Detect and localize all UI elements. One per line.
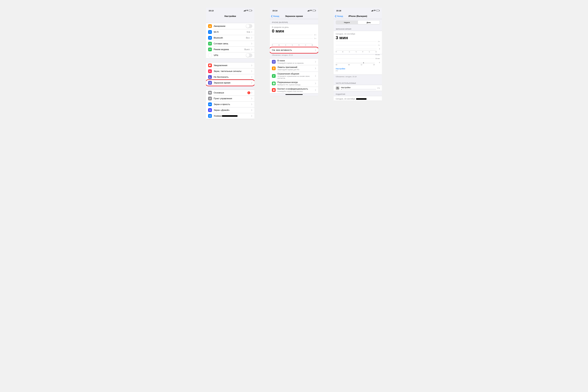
svg-point-11 [273,75,274,76]
pickups-date: Сегодня, 16 сентября [336,98,366,100]
row-sounds[interactable]: Звуки, тактильные сигналы [206,68,254,74]
xaxis: П В С Ч П С В [272,44,313,46]
xlabel: В [312,44,313,46]
segment-day[interactable]: День [358,20,380,24]
xlabel: П [362,51,363,52]
row-content-privacy[interactable]: Контент и конфиденциальность Блокируйте … [270,87,318,93]
person-bubble-icon [272,74,276,78]
pickups-date-text: Сегодня, 16 сентября [336,98,355,100]
xlabel: Ч [292,44,293,46]
svg-rect-0 [209,98,211,98]
page-title: Настройки [224,15,236,18]
updated-text: Обновлено: сегодня, 15:14 [270,53,318,58]
updated-text-detail: Обновлено: сегодня, 15:18 [334,74,382,80]
page-title: iPhone (Валерия) [348,15,367,18]
ylabel: 2 ч [378,41,380,42]
status-bar: 15:18 [334,8,382,14]
row-downtime[interactable]: В покое Планируйте время не за экраном. [270,58,318,65]
home-indicator[interactable] [286,94,303,95]
status-time: 15:18 [336,10,341,12]
row-cellular[interactable]: Сотовая связь [206,41,254,46]
row-vpn[interactable]: VPN VPN [206,52,254,58]
row-label: Пункт управления [214,97,251,100]
row-label: Bluetooth [214,36,246,39]
weekly-chart-detail: 2 ч 1 ч 0 П В С Ч П С В [336,42,380,52]
settings-app-icon [336,86,340,90]
nav-bar: Настройки [206,14,254,19]
notification-badge: 1 [248,91,250,94]
row-sub: Установите ограничения на основе своих к… [278,75,315,79]
svg-point-9 [210,115,210,116]
back-button[interactable]: Назад [335,14,343,19]
row-general[interactable]: Основные 1 [206,90,254,96]
svg-rect-6 [209,110,210,111]
chevron-icon [315,89,316,91]
xaxis: П В С Ч П С В [336,50,376,52]
row-bluetooth[interactable]: Bluetooth Вкл. [206,35,254,41]
section-header-screentime: ЭКРАННОЕ ВРЕМЯ [334,26,382,31]
row-always-allowed[interactable]: Разрешенные всегда Выберите ПО, нужное в… [270,80,318,87]
chevron-icon [251,43,252,44]
xlabel: Ч [356,51,356,52]
signal-icon [308,10,310,11]
row-airplane[interactable]: Авиарежим [206,23,254,29]
row-screentime[interactable]: Экранное время [206,80,254,86]
svg-point-3 [210,99,210,99]
row-all-activity[interactable]: См. всю активность [270,47,318,53]
row-wifi[interactable]: Wi-Fi fmk [206,29,254,35]
app-name: Настройки [341,86,376,88]
xlabel: С [369,51,370,52]
vpn-toggle[interactable] [246,53,252,57]
row-label: Wi-Fi [214,31,247,34]
chevron-icon [251,48,252,50]
battery-icon [312,10,316,11]
category-name[interactable]: Настройки [336,68,380,70]
row-home-screen[interactable]: Экран «Домой» [206,107,254,113]
page-title: Экранное время [285,15,303,18]
row-label: Основные [214,92,248,94]
chevron-icon [251,37,252,39]
phone-screentime: 15:14 Назад Экранное время IPHONE (ВАЛЕР… [270,8,318,96]
row-communication-limits[interactable]: Ограничения общения Установите ограничен… [270,72,318,80]
row-most-used-settings[interactable]: Настройки 2 с [334,85,382,91]
wifi-status-icon [310,10,312,11]
row-control-center[interactable]: Пункт управления [206,96,254,102]
back-button[interactable]: Назад [271,14,279,19]
row-label: Режим модема [214,48,244,51]
row-label: В покое [278,60,315,62]
ylabel: 30 мин [376,58,380,59]
row-accessibility[interactable]: Универс [206,113,254,119]
chevron-icon [315,75,316,77]
back-label: Назад [337,15,343,18]
segmented-control[interactable]: Неделя День [336,20,380,24]
row-display[interactable]: AA Экран и яркость [206,102,254,107]
today-block: Сегодня, 16 сентября 3 мин 2 ч 1 ч 0 П В… [334,31,382,54]
nav-bar: Назад Экранное время [270,14,318,19]
xlabel: П [336,51,337,52]
antenna-icon [208,42,212,46]
switches-icon [208,97,212,100]
ylabel: 0 [379,48,380,50]
airplane-toggle[interactable] [246,24,252,28]
chevron-left-icon [271,15,272,18]
checklist-icon [272,82,276,85]
average-label: В среднем за день [272,26,316,28]
row-hotspot[interactable]: Режим модема Выкл. [206,46,254,52]
svg-rect-5 [210,110,211,110]
segment-week[interactable]: Неделя [336,20,358,24]
row-dnd[interactable]: Не беспокоить [206,74,254,80]
chevron-icon [251,64,252,66]
battery-icon [376,10,379,11]
status-bar: 15:13 [206,8,254,14]
row-notifications[interactable]: Уведомления [206,62,254,68]
xlabel: С [305,44,306,46]
row-label: Сотовая связь [214,42,251,45]
chevron-icon [251,98,252,99]
gear-icon [208,91,212,94]
all-activity-row-list: См. всю активность [270,47,318,53]
chevron-icon [251,76,252,78]
hourly-bar [363,62,364,63]
row-app-limits[interactable]: Лимиты приложений Лимитируйте время для … [270,65,318,72]
redaction-icon [222,115,238,117]
status-right [371,10,379,11]
